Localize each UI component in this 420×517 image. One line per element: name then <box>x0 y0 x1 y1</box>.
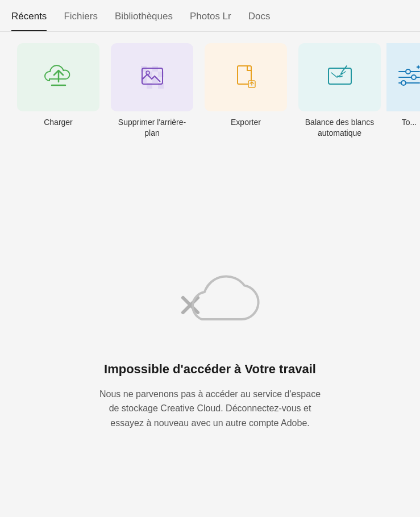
error-description: Nous ne parvenons pas à accéder au servi… <box>97 387 324 431</box>
action-balance-blancs[interactable]: Balance des blancs automatique <box>293 43 386 139</box>
action-exporter[interactable]: Exporter <box>199 43 293 139</box>
error-section: Impossible d'accéder à Votre travail Nou… <box>0 156 420 517</box>
svg-point-26 <box>401 81 406 85</box>
cloud-error-icon <box>153 257 267 336</box>
svg-point-22 <box>406 69 410 74</box>
remove-bg-icon <box>135 60 169 94</box>
action-exporter-label: Exporter <box>231 117 261 128</box>
main-content: Charger <box>0 32 420 517</box>
tab-docs[interactable]: Docs <box>248 11 271 31</box>
tab-photos-lr[interactable]: Photos Lr <box>190 11 231 31</box>
action-balance-blancs-label: Balance des blancs automatique <box>300 117 380 139</box>
tone-icon <box>392 60 420 94</box>
action-card-tonalite <box>386 43 420 111</box>
tab-recents[interactable]: Récents <box>11 11 47 31</box>
svg-point-24 <box>411 75 416 80</box>
action-tonalite-label: To... <box>402 117 417 128</box>
action-card-supprimer-bg <box>111 43 193 111</box>
svg-rect-19 <box>328 68 351 84</box>
action-card-exporter <box>205 43 287 111</box>
error-title: Impossible d'accéder à Votre travail <box>104 362 316 377</box>
action-card-charger <box>17 43 99 111</box>
tab-bibliotheques[interactable]: Bibliothèques <box>115 11 173 31</box>
action-tonalite[interactable]: To... <box>386 43 420 139</box>
quick-actions-row: Charger <box>0 32 420 156</box>
white-balance-icon <box>323 60 357 94</box>
action-charger-label: Charger <box>44 117 73 128</box>
error-cloud-icon-wrapper <box>153 254 267 339</box>
action-supprimer-bg-label: Supprimer l'arrière-plan <box>113 117 192 139</box>
tab-fichiers[interactable]: Fichiers <box>64 11 98 31</box>
upload-cloud-icon <box>41 60 76 94</box>
action-charger[interactable]: Charger <box>11 43 105 139</box>
nav-tabs: Récents Fichiers Bibliothèques Photos Lr… <box>0 0 420 32</box>
action-card-balance-blancs <box>298 43 381 111</box>
export-icon <box>229 60 263 94</box>
action-supprimer-bg[interactable]: Supprimer l'arrière-plan <box>105 43 199 139</box>
